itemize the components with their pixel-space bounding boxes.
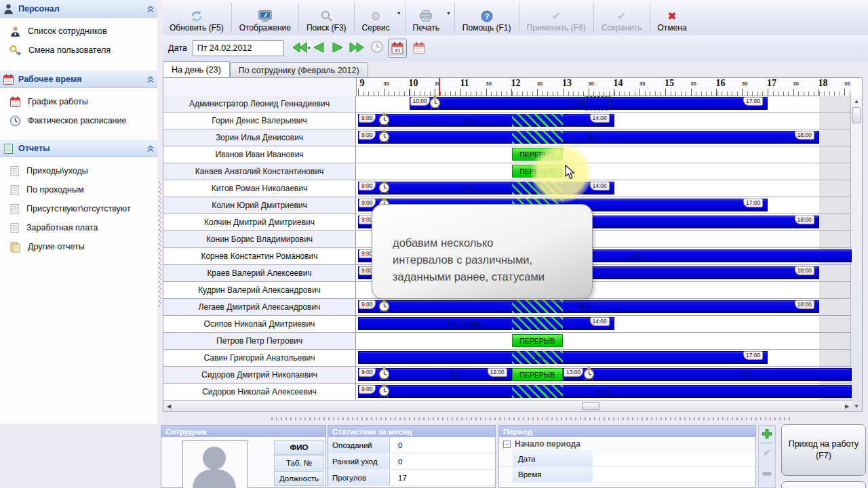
- sidebar-section-header[interactable]: Отчеты: [0, 140, 157, 157]
- employee-name[interactable]: Колчин Дмитрий Дмитриевич: [163, 214, 356, 230]
- employee-timeline[interactable]: ПЕРЕРЫВ: [358, 163, 852, 180]
- employee-name[interactable]: Зорин Илья Денисович: [163, 129, 356, 146]
- ruler-half-label: 30: [537, 81, 542, 87]
- employee-name[interactable]: Кудрин Валерий Александрович: [163, 282, 356, 298]
- dropdown-caret-icon[interactable]: ▼: [446, 0, 454, 35]
- day-view-button[interactable]: 31: [388, 39, 407, 58]
- employee-timeline[interactable]: 5 ч. 51 мин.14:00: [358, 316, 852, 332]
- vertical-scrollbar[interactable]: ▲▼: [850, 96, 862, 411]
- work-interval-bar[interactable]: [358, 317, 614, 330]
- vertical-splitter[interactable]: [157, 0, 163, 424]
- toolbar-button[interactable]: ?Помощь (F1): [456, 0, 518, 35]
- employee-timeline[interactable]: 3 ч.9:0012:007 ч.13:00ПЕРЕРЫВ: [358, 367, 852, 383]
- stats-value: 17: [390, 470, 495, 485]
- add-record-button[interactable]: [762, 428, 772, 439]
- secondary-action-button[interactable]: [781, 481, 866, 488]
- toolbar-button[interactable]: ⚙Сервис: [355, 0, 397, 35]
- chevron-double-up-icon[interactable]: [146, 145, 155, 152]
- scroll-up-icon[interactable]: ▲: [851, 96, 862, 106]
- break-interval[interactable]: ПЕРЕРЫВ: [512, 334, 564, 347]
- work-interval-bar[interactable]: [358, 114, 614, 127]
- employee-timeline[interactable]: 7 ч.10:0017:00: [358, 96, 852, 112]
- work-interval-bar[interactable]: [563, 368, 852, 381]
- date-nav-last-button[interactable]: [347, 39, 366, 56]
- scroll-down-icon[interactable]: ▼: [851, 401, 862, 411]
- month-view-button[interactable]: [410, 39, 429, 58]
- ruler-half-label: 30: [691, 81, 696, 87]
- date-nav-next-button[interactable]: [328, 39, 347, 56]
- date-nav-prev-button[interactable]: [309, 39, 328, 56]
- employee-name[interactable]: Китов Роман Николаевич: [163, 180, 356, 197]
- collapse-toggle-icon[interactable]: −: [503, 441, 511, 448]
- employee-timeline[interactable]: 5 ч.9:0014:00: [358, 113, 852, 129]
- toolbar-button[interactable]: ✖Отмена: [651, 0, 694, 35]
- horizontal-scrollbar[interactable]: ◀▶: [163, 400, 852, 411]
- scroll-left-icon[interactable]: ◀: [163, 401, 174, 411]
- scroll-right-icon[interactable]: ▶: [842, 401, 852, 411]
- employee-name[interactable]: Краев Валерий Алексеевич: [163, 265, 356, 281]
- chevron-double-up-icon[interactable]: [146, 5, 155, 13]
- date-input[interactable]: [193, 41, 307, 56]
- dropdown-caret-icon[interactable]: ▼: [397, 0, 404, 35]
- employee-timeline[interactable]: 9 ч.9:0018:00: [358, 299, 852, 315]
- employee-name[interactable]: Осипов Николай Дмитриевич: [163, 316, 356, 332]
- sidebar-item[interactable]: График работы: [0, 92, 157, 111]
- sidebar-item[interactable]: Приходы\уходы: [0, 161, 157, 180]
- sidebar-item[interactable]: По проходным: [0, 180, 157, 199]
- interval-end-time: 17:00: [743, 351, 763, 360]
- sidebar-item[interactable]: Смена пользователя: [0, 41, 157, 60]
- sidebar-section-header[interactable]: Рабочее время: [0, 70, 157, 88]
- break-interval[interactable]: ПЕРЕРЫВ: [512, 368, 564, 381]
- employee-name[interactable]: Канаев Анатолий Константинович: [163, 163, 356, 180]
- confirm-record-button[interactable]: ✔: [763, 447, 772, 459]
- toolbar-button[interactable]: Печать: [406, 0, 446, 35]
- employee-name[interactable]: Горин Денис Валерьевич: [163, 113, 356, 129]
- remove-record-button[interactable]: [762, 472, 772, 476]
- employee-timeline[interactable]: 9 ч.17:00: [358, 350, 852, 366]
- time-button[interactable]: [369, 39, 385, 55]
- sidebar-item[interactable]: Заработная плата: [0, 218, 157, 237]
- horizontal-scroll-thumb[interactable]: [582, 402, 599, 410]
- employee-timeline[interactable]: ПЕРЕРЫВ: [358, 333, 852, 349]
- employee-name[interactable]: Сидоров Дмитрий Николаевич: [163, 367, 356, 383]
- employee-name[interactable]: Иванов Иван Иванович: [163, 146, 356, 163]
- horizontal-splitter[interactable]: [163, 413, 868, 424]
- employee-name[interactable]: Конин Борис Владимирович: [163, 231, 356, 247]
- schedule-row: Горин Денис Валерьевич5 ч.9:0014:00: [163, 113, 852, 129]
- toolbar-button[interactable]: Поиск (F3): [300, 0, 353, 35]
- sidebar-item[interactable]: Список сотрудников: [0, 22, 157, 41]
- tab-day[interactable]: На день (23): [163, 61, 230, 77]
- employee-name[interactable]: Администратор Леонид Геннадиевич: [163, 96, 356, 112]
- employee-name[interactable]: Сидоров Николай Алексеевич: [163, 384, 356, 400]
- employee-name[interactable]: Петров Петр Петрович: [163, 333, 356, 349]
- employee-timeline[interactable]: 5 ч.9:0014:00: [358, 180, 852, 197]
- employee-name[interactable]: Савин Григорий Анатольевич: [163, 350, 356, 366]
- employee-name[interactable]: Легаев Дмитрий Александрович: [163, 299, 356, 315]
- arrive-work-button[interactable]: Приход на работу (F7): [781, 424, 866, 476]
- chevron-double-up-icon[interactable]: [146, 76, 155, 83]
- period-tree-node[interactable]: − Начало периода: [499, 437, 755, 451]
- ruler-hour-label: 14: [614, 78, 623, 89]
- toolbar-button[interactable]: Обновить (F5): [163, 0, 231, 35]
- toolbar-button[interactable]: Отображение: [233, 0, 298, 35]
- tab-employee[interactable]: По сотруднику (Февраль 2012): [230, 62, 368, 77]
- employee-name[interactable]: Колин Юрий Дмитриевич: [163, 197, 356, 214]
- employee-timeline[interactable]: 11 ч.9:00: [358, 384, 852, 400]
- period-field-value[interactable]: [593, 467, 755, 482]
- sidebar-section-header[interactable]: Персонал: [0, 0, 157, 18]
- period-group-label: Начало периода: [515, 439, 580, 449]
- date-nav-first-button[interactable]: [290, 39, 309, 56]
- vertical-scroll-thumb[interactable]: [852, 107, 861, 123]
- stats-label: Опозданий: [328, 437, 390, 453]
- sidebar-item[interactable]: Другие отчеты: [0, 237, 157, 256]
- ruler-hour-label: 18: [818, 78, 828, 89]
- work-interval-bar[interactable]: [358, 351, 768, 364]
- sidebar-item[interactable]: Фактическое расписание: [0, 111, 157, 130]
- employee-name[interactable]: Корнев Константин Романович: [163, 248, 356, 264]
- sidebar-item[interactable]: Присутствуют\отсутствуют: [0, 199, 157, 218]
- employee-timeline[interactable]: 9 ч.9:0018:00: [358, 129, 852, 146]
- employee-timeline[interactable]: ПЕРЕРЫВ: [358, 146, 852, 163]
- period-field-value[interactable]: [593, 451, 755, 466]
- apply-check-icon: ✔: [552, 9, 561, 22]
- sidebar-section-items: Список сотрудниковСмена пользователя: [0, 18, 157, 62]
